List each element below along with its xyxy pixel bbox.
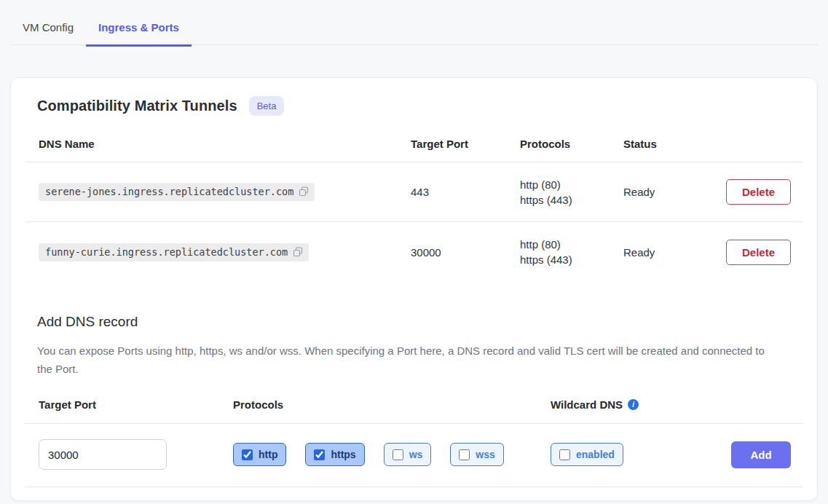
checkbox-wss[interactable]: wss bbox=[450, 443, 503, 466]
wss-checkbox-input[interactable] bbox=[459, 449, 470, 460]
wildcard-dns-label-text: Wildcard DNS bbox=[551, 398, 623, 411]
dns-name-pill: serene-jones.ingress.replicatedcluster.c… bbox=[39, 183, 315, 201]
checkbox-https[interactable]: https bbox=[305, 443, 364, 466]
page-title: Compatibility Matrix Tunnels bbox=[37, 98, 237, 114]
tunnels-table-header: DNS Name Target Port Protocols Status bbox=[25, 138, 803, 162]
beta-badge: Beta bbox=[249, 96, 285, 116]
delete-button[interactable]: Delete bbox=[726, 240, 791, 265]
status-value: Ready bbox=[623, 246, 726, 259]
delete-button[interactable]: Delete bbox=[726, 179, 791, 205]
target-port-value: 30000 bbox=[411, 246, 520, 259]
protocol-line: https (443) bbox=[520, 252, 623, 267]
col-header-protocols: Protocols bbox=[520, 138, 623, 150]
checkbox-http[interactable]: http bbox=[233, 443, 286, 466]
target-port-value: 443 bbox=[411, 186, 520, 198]
checkbox-label: enabled bbox=[576, 449, 615, 460]
dns-name-text: serene-jones.ingress.replicatedcluster.c… bbox=[45, 186, 293, 197]
copy-icon[interactable] bbox=[299, 186, 309, 197]
add-dns-form-header: Target Port Protocols Wildcard DNS i bbox=[25, 398, 803, 424]
col-header-status: Status bbox=[623, 138, 791, 150]
ws-checkbox-input[interactable] bbox=[393, 449, 403, 460]
col-header-dns-name: DNS Name bbox=[39, 138, 411, 150]
add-button[interactable]: Add bbox=[731, 441, 791, 468]
checkbox-label: https bbox=[331, 449, 355, 460]
dns-name-text: funny-curie.ingress.replicatedcluster.co… bbox=[45, 246, 288, 258]
dns-name-pill: funny-curie.ingress.replicatedcluster.co… bbox=[39, 243, 309, 261]
checkbox-wildcard-enabled[interactable]: enabled bbox=[551, 443, 623, 466]
target-port-input[interactable] bbox=[39, 439, 167, 470]
checkbox-ws[interactable]: ws bbox=[384, 443, 432, 466]
http-checkbox-input[interactable] bbox=[242, 449, 253, 460]
add-dns-title: Add DNS record bbox=[25, 314, 803, 330]
info-icon[interactable]: i bbox=[628, 399, 639, 410]
col-header-target-port: Target Port bbox=[411, 138, 520, 150]
checkbox-label: wss bbox=[476, 449, 494, 460]
checkbox-label: ws bbox=[409, 449, 423, 460]
tab-vm-config[interactable]: VM Config bbox=[10, 0, 86, 44]
wildcard-enabled-checkbox-input[interactable] bbox=[559, 449, 570, 460]
label-protocols: Protocols bbox=[233, 398, 551, 411]
protocol-line: http (80) bbox=[520, 177, 623, 192]
table-row: funny-curie.ingress.replicatedcluster.co… bbox=[25, 222, 803, 282]
copy-icon[interactable] bbox=[293, 247, 303, 257]
table-row: serene-jones.ingress.replicatedcluster.c… bbox=[25, 162, 803, 222]
protocol-checkbox-group: http https ws wss bbox=[233, 443, 551, 466]
add-dns-form-row: http https ws wss enabled Add bbox=[25, 424, 803, 487]
status-value: Ready bbox=[623, 186, 726, 198]
add-dns-description: You can expose Ports using http, https, … bbox=[25, 342, 768, 378]
tab-bar: VM Config Ingress & Ports bbox=[10, 0, 818, 45]
protocol-line: https (443) bbox=[520, 192, 623, 208]
label-wildcard-dns: Wildcard DNS i bbox=[551, 398, 791, 411]
tab-ingress-ports[interactable]: Ingress & Ports bbox=[86, 0, 192, 44]
card-title-row: Compatibility Matrix Tunnels Beta bbox=[25, 96, 803, 116]
protocol-line: http (80) bbox=[520, 237, 623, 252]
checkbox-label: http bbox=[259, 449, 277, 460]
tunnels-card: Compatibility Matrix Tunnels Beta DNS Na… bbox=[10, 77, 818, 501]
https-checkbox-input[interactable] bbox=[314, 449, 325, 460]
label-target-port: Target Port bbox=[39, 398, 233, 411]
